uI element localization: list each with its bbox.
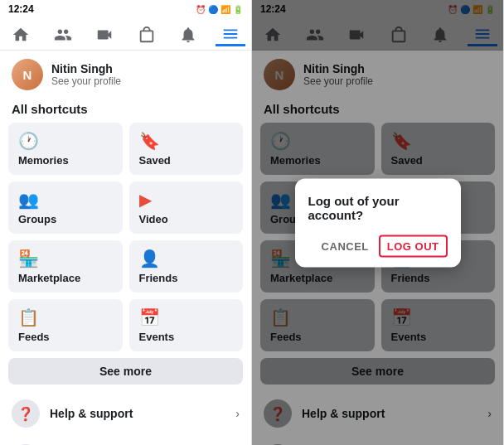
nav-watch[interactable]: [90, 23, 119, 46]
see-more-button-left[interactable]: See more: [8, 358, 243, 385]
video-icon: ▶: [139, 190, 234, 210]
events-label: Events: [139, 331, 234, 343]
status-bar-left: 12:24 ⏰ 🔵 📶 🔋: [0, 0, 251, 18]
alarm-icon: ⏰: [196, 5, 206, 14]
dialog-logout-button[interactable]: LOG OUT: [379, 235, 448, 257]
shortcut-feeds-left[interactable]: 📋 Feeds: [8, 299, 123, 351]
shortcut-friends-left[interactable]: 👤 Friends: [129, 240, 244, 293]
feeds-label: Feeds: [18, 331, 113, 343]
nav-friends[interactable]: [48, 23, 78, 46]
status-icons-left: ⏰ 🔵 📶 🔋: [196, 5, 243, 14]
saved-label: Saved: [139, 154, 234, 167]
left-panel: 12:24 ⏰ 🔵 📶 🔋: [0, 0, 252, 445]
shortcut-marketplace-left[interactable]: 🏪 Marketplace: [8, 240, 123, 293]
bluetooth-icon: 🔵: [208, 5, 218, 14]
dialog-buttons: CANCEL LOG OUT: [308, 235, 448, 257]
friends-label: Friends: [139, 272, 234, 284]
shortcut-memories-left[interactable]: 🕐 Memories: [8, 123, 123, 175]
groups-label: Groups: [18, 213, 113, 225]
memories-label: Memories: [18, 154, 113, 167]
nav-marketplace[interactable]: [132, 23, 162, 46]
dialog-cancel-button[interactable]: CANCEL: [322, 239, 369, 252]
profile-section-left[interactable]: N Nitin Singh See your profile: [0, 51, 251, 99]
logout-dialog: Log out of your account? CANCEL LOG OUT: [295, 178, 461, 267]
shortcut-events-left[interactable]: 📅 Events: [129, 299, 244, 351]
groups-icon: 👥: [18, 190, 113, 210]
saved-icon: 🔖: [139, 131, 234, 151]
friends-icon: 👤: [139, 249, 234, 268]
help-icon: ❓: [12, 399, 40, 428]
nav-bar-left: [0, 18, 251, 51]
settings-privacy-left[interactable]: ⚙️ Settings & privacy ›: [0, 436, 251, 445]
feeds-icon: 📋: [18, 307, 113, 327]
help-support-left[interactable]: ❓ Help & support ›: [0, 391, 251, 436]
profile-sub-left: See your profile: [51, 75, 121, 87]
right-panel: 12:24 ⏰ 🔵 📶 🔋: [252, 0, 504, 445]
memories-icon: 🕐: [18, 131, 113, 151]
shortcuts-title-left: All shortcuts: [0, 99, 251, 123]
help-chevron: ›: [235, 407, 240, 420]
shortcuts-grid-left: 🕐 Memories 🔖 Saved 👥 Groups ▶ Video 🏪 Ma…: [0, 123, 251, 351]
shortcut-video-left[interactable]: ▶ Video: [129, 181, 244, 234]
events-icon: 📅: [139, 307, 234, 327]
battery-icon: 🔋: [233, 5, 243, 14]
dialog-title: Log out of your account?: [308, 193, 448, 221]
nav-notifications[interactable]: [173, 23, 203, 46]
wifi-icon: 📶: [220, 5, 230, 14]
time-left: 12:24: [8, 3, 34, 15]
nav-menu[interactable]: [216, 23, 245, 46]
shortcut-saved-left[interactable]: 🔖 Saved: [129, 123, 244, 175]
marketplace-label: Marketplace: [18, 272, 113, 284]
avatar-left: N: [12, 59, 43, 90]
nav-home[interactable]: [6, 23, 36, 46]
profile-name-left: Nitin Singh: [51, 62, 121, 75]
shortcut-groups-left[interactable]: 👥 Groups: [8, 181, 123, 234]
marketplace-icon: 🏪: [18, 249, 113, 268]
help-label: Help & support: [50, 407, 133, 420]
video-label: Video: [139, 213, 234, 225]
